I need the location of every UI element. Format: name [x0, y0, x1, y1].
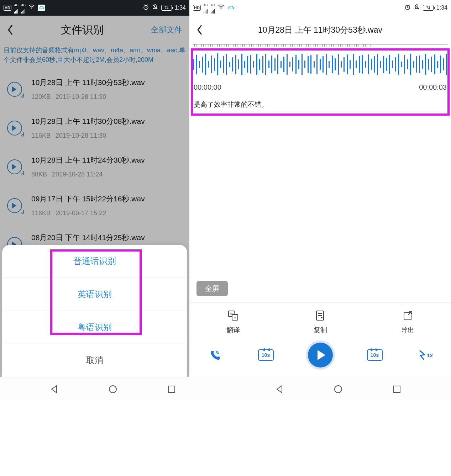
- signal-1: 4G: [204, 2, 208, 14]
- speed-button[interactable]: 1x: [417, 346, 435, 364]
- svg-rect-9: [404, 313, 411, 320]
- language-action-sheet: 普通话识别 英语识别 粤语识别 取消: [2, 245, 187, 377]
- header-right: 10月28日 上午 11时30分53秒.wav: [189, 16, 451, 44]
- status-bar-left: HD 4G 4G 74 1:34: [0, 0, 189, 16]
- battery-icon: 74: [161, 5, 172, 11]
- svg-point-2: [221, 9, 222, 10]
- timeline-ruler: [193, 44, 447, 48]
- hd-badge: HD: [193, 5, 201, 11]
- mute-icon: [414, 4, 420, 12]
- copy-icon: [314, 309, 327, 322]
- nav-back-button[interactable]: [49, 385, 59, 394]
- nav-back-button[interactable]: [275, 385, 284, 394]
- option-cantonese[interactable]: 粤语识别: [2, 311, 187, 344]
- copy-button[interactable]: 复制: [314, 309, 327, 335]
- time-total: 00:00:03: [419, 83, 447, 91]
- tool-label: 导出: [401, 326, 414, 335]
- fullscreen-button[interactable]: 全屏: [196, 281, 228, 296]
- svg-text:中: 中: [230, 312, 234, 316]
- svg-point-0: [31, 9, 32, 10]
- toolbar: 中A 翻译 复制 导出: [189, 302, 451, 336]
- clock-text: 1:34: [436, 5, 447, 11]
- svg-point-12: [335, 386, 342, 393]
- signal-1: 4G: [14, 2, 19, 14]
- play-button[interactable]: [308, 343, 333, 367]
- play-icon: [318, 350, 325, 360]
- wifi-icon: [28, 5, 35, 11]
- nav-home-button[interactable]: [334, 385, 343, 394]
- cloud-sync-icon: [38, 5, 45, 11]
- playback-bar: ◄◄10s ►►10s 1x: [189, 336, 451, 377]
- cloud-sync-icon: [227, 5, 234, 11]
- forward-10s-button[interactable]: ►►10s: [366, 346, 384, 364]
- alarm-icon: [404, 4, 411, 12]
- rewind-10s-button[interactable]: ◄◄10s: [257, 346, 275, 364]
- back-button[interactable]: [196, 25, 203, 35]
- translate-button[interactable]: 中A 翻译: [226, 309, 240, 335]
- signal-2: 4G: [21, 2, 26, 14]
- option-english[interactable]: 英语识别: [2, 278, 187, 311]
- waveform[interactable]: [193, 51, 447, 78]
- system-nav-left: [0, 377, 226, 401]
- translate-icon: 中A: [227, 309, 240, 322]
- wifi-icon: [218, 5, 224, 11]
- option-mandarin[interactable]: 普通话识别: [2, 245, 187, 278]
- export-button[interactable]: 导出: [401, 309, 414, 335]
- status-bar-right: HD 4G 4G 74 1:34: [189, 0, 451, 16]
- nav-recent-button[interactable]: [392, 385, 402, 394]
- battery-icon: 74: [423, 5, 434, 11]
- page-title: 10月28日 上午 11时30分53秒.wav: [258, 25, 382, 36]
- export-icon: [401, 309, 414, 322]
- nav-recent-button[interactable]: [167, 385, 176, 394]
- svg-rect-13: [394, 386, 400, 392]
- alarm-icon: [143, 4, 149, 12]
- tool-label: 翻译: [226, 326, 240, 335]
- nav-home-button[interactable]: [108, 385, 117, 394]
- clock-text: 1:34: [175, 5, 186, 11]
- svg-point-10: [109, 386, 116, 393]
- signal-2: 4G: [211, 2, 215, 14]
- svg-rect-11: [168, 386, 175, 392]
- tool-label: 复制: [314, 326, 327, 335]
- mute-icon: [152, 4, 158, 12]
- call-play-button[interactable]: [206, 346, 224, 364]
- transcript-text: 提高了效率非常的不错。: [193, 98, 447, 116]
- hd-badge: HD: [4, 5, 11, 11]
- time-current: 00:00:00: [194, 83, 221, 91]
- svg-text:A: A: [234, 316, 236, 319]
- system-nav-right: [226, 377, 451, 401]
- cancel-button[interactable]: 取消: [2, 344, 187, 377]
